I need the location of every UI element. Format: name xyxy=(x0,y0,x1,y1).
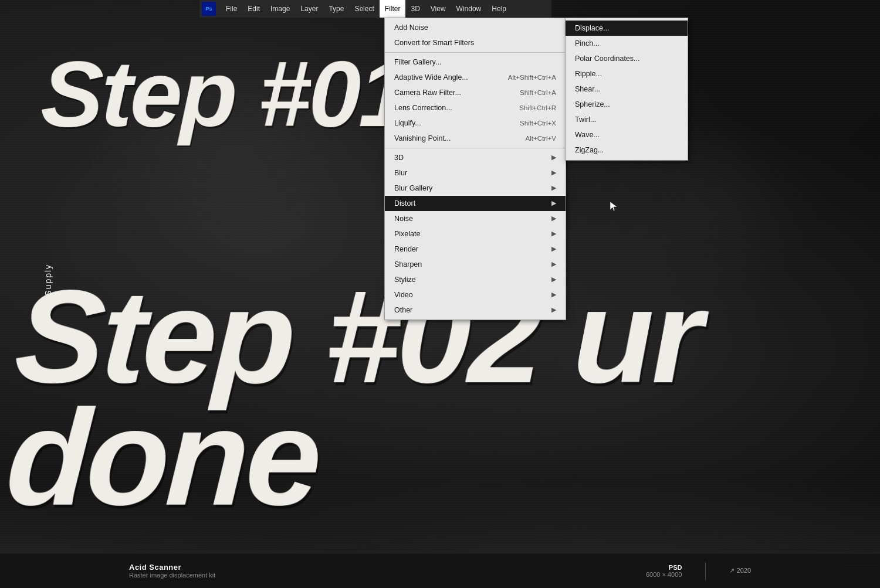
filter-vanishing-point[interactable]: Vanishing Point... Alt+Ctrl+V xyxy=(385,131,566,146)
menu-help[interactable]: Help xyxy=(486,0,512,18)
filter-pixelate[interactable]: Pixelate ▶ xyxy=(385,226,566,242)
distort-displace[interactable]: Displace... xyxy=(566,21,688,36)
product-subtitle: Raster image displacement kit xyxy=(129,572,215,579)
arrow-icon: ▶ xyxy=(551,274,556,285)
distort-ripple[interactable]: Ripple... xyxy=(566,66,688,81)
filter-section-3: 3D ▶ Blur ▶ Blur Gallery ▶ Distort ▶ Noi… xyxy=(385,148,566,320)
filter-3d[interactable]: 3D ▶ xyxy=(385,150,566,165)
ps-menubar: Ps File Edit Image Layer Type Select Fil… xyxy=(199,0,551,18)
distort-pinch[interactable]: Pinch... xyxy=(566,36,688,51)
distort-polar-coordinates[interactable]: Polar Coordinates... xyxy=(566,51,688,66)
filter-add-noise[interactable]: Add Noise xyxy=(385,20,566,35)
filter-convert-smart[interactable]: Convert for Smart Filters xyxy=(385,35,566,50)
arrow-icon: ▶ xyxy=(551,152,556,163)
bottom-bar: Acid Scanner Raster image displacement k… xyxy=(0,553,880,588)
filter-gallery[interactable]: Filter Gallery... xyxy=(385,55,566,70)
arrow-icon: ▶ xyxy=(551,244,556,254)
arrow-icon: ▶ xyxy=(551,290,556,300)
menu-image[interactable]: Image xyxy=(265,0,295,18)
divider xyxy=(705,562,706,580)
year-label: ↗ 2020 xyxy=(729,567,751,575)
distort-twirl[interactable]: Twirl... xyxy=(566,112,688,127)
filter-lens-correction[interactable]: Lens Correction... Shift+Ctrl+R xyxy=(385,100,566,115)
filter-blur[interactable]: Blur ▶ xyxy=(385,165,566,181)
distort-zigzag[interactable]: ZigZag... xyxy=(566,142,688,158)
filter-render[interactable]: Render ▶ xyxy=(385,242,566,257)
filter-other[interactable]: Other ▶ xyxy=(385,303,566,318)
filter-blur-gallery[interactable]: Blur Gallery ▶ xyxy=(385,181,566,196)
arrow-icon: ▶ xyxy=(551,213,556,224)
arrow-icon: ▶ xyxy=(551,305,556,315)
filter-camera-raw[interactable]: Camera Raw Filter... Shift+Ctrl+A xyxy=(385,85,566,100)
ps-logo-text: Ps xyxy=(205,6,212,12)
filter-stylize[interactable]: Stylize ▶ xyxy=(385,272,566,287)
distort-spherize[interactable]: Spherize... xyxy=(566,97,688,112)
menu-window[interactable]: Window xyxy=(451,0,487,18)
menu-3d[interactable]: 3D xyxy=(405,0,425,18)
bottom-right-info: PSD 6000 × 4000 ↗ 2020 xyxy=(646,562,751,580)
filter-noise[interactable]: Noise ▶ xyxy=(385,211,566,226)
menu-layer[interactable]: Layer xyxy=(295,0,323,18)
menu-edit[interactable]: Edit xyxy=(242,0,265,18)
ps-logo: Ps xyxy=(202,2,216,16)
filter-liquify[interactable]: Liquify... Shift+Ctrl+X xyxy=(385,115,566,131)
arrow-icon: ▶ xyxy=(551,168,556,178)
file-format: PSD xyxy=(669,564,682,571)
arrow-icon: ▶ xyxy=(551,183,556,193)
menu-type[interactable]: Type xyxy=(323,0,349,18)
arrow-icon: ▶ xyxy=(551,229,556,239)
arrow-icon: ▶ xyxy=(551,198,556,209)
arrow-icon: ▶ xyxy=(551,259,556,270)
filter-section-2: Filter Gallery... Adaptive Wide Angle...… xyxy=(385,53,566,148)
distort-submenu: Displace... Pinch... Polar Coordinates..… xyxy=(565,18,688,161)
menu-view[interactable]: View xyxy=(425,0,451,18)
filter-distort[interactable]: Distort ▶ xyxy=(385,196,566,211)
menu-filter[interactable]: Filter xyxy=(380,0,406,18)
file-info: PSD 6000 × 4000 xyxy=(646,564,682,578)
distort-wave[interactable]: Wave... xyxy=(566,127,688,142)
file-dimensions: 6000 × 4000 xyxy=(646,571,682,578)
filter-sharpen[interactable]: Sharpen ▶ xyxy=(385,257,566,272)
menu-select[interactable]: Select xyxy=(349,0,379,18)
menu-file[interactable]: File xyxy=(221,0,242,18)
filter-dropdown: Add Noise Convert for Smart Filters Filt… xyxy=(384,18,566,320)
bottom-left-info: Acid Scanner Raster image displacement k… xyxy=(129,563,215,579)
product-title: Acid Scanner xyxy=(129,563,215,572)
filter-adaptive[interactable]: Adaptive Wide Angle... Alt+Shift+Ctrl+A xyxy=(385,70,566,85)
filter-video[interactable]: Video ▶ xyxy=(385,287,566,303)
filter-section-1: Add Noise Convert for Smart Filters xyxy=(385,18,566,53)
distort-shear[interactable]: Shear... xyxy=(566,81,688,97)
